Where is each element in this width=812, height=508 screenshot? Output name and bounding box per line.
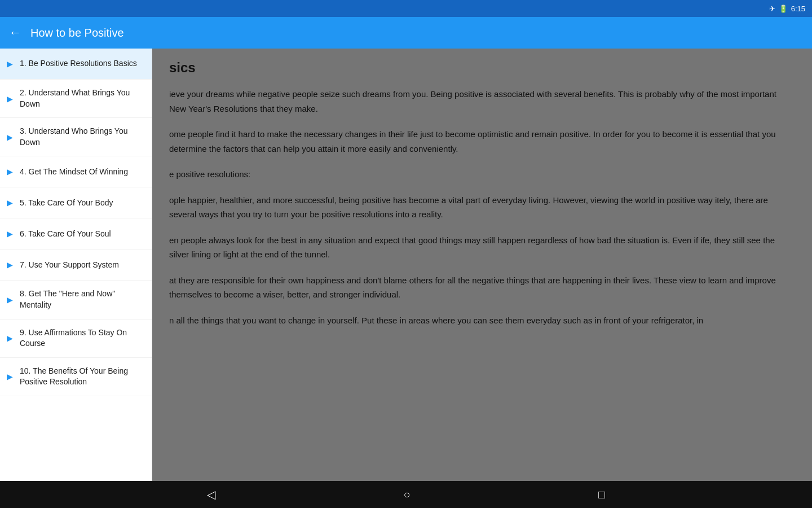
sidebar-item-4[interactable]: ▶4. Get The Mindset Of Winning bbox=[0, 156, 152, 187]
sidebar-item-6[interactable]: ▶6. Take Care Of Your Soul bbox=[0, 218, 152, 249]
back-button[interactable]: ← bbox=[9, 25, 21, 40]
sidebar-item-8[interactable]: ▶8. Get The "Here and Now" Mentality bbox=[0, 281, 152, 319]
nav-recent-icon[interactable]: □ bbox=[598, 488, 605, 501]
content-paragraph-6: at they are responsible for their own ha… bbox=[169, 273, 795, 302]
sidebar-arrow-icon-3: ▶ bbox=[7, 133, 13, 142]
sidebar-label-6: 6. Take Care Of Your Soul bbox=[20, 229, 111, 240]
sidebar-item-1[interactable]: ▶1. Be Positive Resolutions Basics bbox=[0, 49, 152, 80]
app-bar: ← How to be Positive bbox=[0, 17, 812, 49]
status-bar-icons: ✈ 🔋 6:15 bbox=[769, 5, 805, 13]
sidebar-label-5: 5. Take Care Of Your Body bbox=[20, 198, 113, 209]
sidebar-label-8: 8. Get The "Here and Now" Mentality bbox=[20, 288, 145, 310]
content-paragraph-3: e positive resolutions: bbox=[169, 167, 795, 182]
sidebar-item-7[interactable]: ▶7. Use Your Support System bbox=[0, 249, 152, 281]
sidebar-item-5[interactable]: ▶5. Take Care Of Your Body bbox=[0, 187, 152, 218]
sidebar-arrow-icon-8: ▶ bbox=[7, 295, 13, 304]
sidebar: ▶1. Be Positive Resolutions Basics▶2. Un… bbox=[0, 49, 152, 481]
sidebar-label-3: 3. Understand Who Brings You Down bbox=[20, 126, 145, 148]
app-title: How to be Positive bbox=[30, 27, 124, 40]
sidebar-item-3[interactable]: ▶3. Understand Who Brings You Down bbox=[0, 118, 152, 156]
nav-bar: ◁ ○ □ bbox=[0, 481, 812, 508]
sidebar-arrow-icon-4: ▶ bbox=[7, 167, 13, 176]
content-paragraph-5: en people always look for the best in an… bbox=[169, 233, 795, 262]
sidebar-arrow-icon-10: ▶ bbox=[7, 372, 13, 381]
sidebar-item-9[interactable]: ▶9. Use Affirmations To Stay On Course bbox=[0, 319, 152, 358]
content-paragraph-4: ople happier, healthier, and more succes… bbox=[169, 193, 795, 222]
status-bar: ✈ 🔋 6:15 bbox=[0, 0, 812, 17]
sidebar-label-7: 7. Use Your Support System bbox=[20, 260, 119, 271]
sidebar-label-9: 9. Use Affirmations To Stay On Course bbox=[20, 327, 145, 349]
nav-back-icon[interactable]: ◁ bbox=[207, 488, 215, 501]
sidebar-arrow-icon-6: ▶ bbox=[7, 229, 13, 238]
content-area: sics ieve your dreams while negative peo… bbox=[152, 49, 812, 481]
sidebar-arrow-icon-2: ▶ bbox=[7, 94, 13, 103]
sidebar-label-4: 4. Get The Mindset Of Winning bbox=[20, 167, 128, 178]
content-title: sics bbox=[169, 60, 795, 76]
main-container: ▶1. Be Positive Resolutions Basics▶2. Un… bbox=[0, 49, 812, 481]
sidebar-label-1: 1. Be Positive Resolutions Basics bbox=[20, 58, 137, 69]
sidebar-label-2: 2. Understand What Brings You Down bbox=[20, 87, 145, 110]
sidebar-item-2[interactable]: ▶2. Understand What Brings You Down bbox=[0, 80, 152, 118]
battery-icon: 🔋 bbox=[779, 5, 788, 13]
airplane-icon: ✈ bbox=[769, 5, 775, 13]
status-time: 6:15 bbox=[791, 5, 805, 13]
content-paragraph-7: n all the things that you want to change… bbox=[169, 313, 795, 328]
content-paragraph-1: ieve your dreams while negative people s… bbox=[169, 87, 795, 116]
sidebar-arrow-icon-7: ▶ bbox=[7, 260, 13, 269]
content-paragraph-2: ome people find it hard to make the nece… bbox=[169, 127, 795, 156]
sidebar-arrow-icon-5: ▶ bbox=[7, 198, 13, 207]
sidebar-arrow-icon-1: ▶ bbox=[7, 59, 13, 68]
sidebar-item-10[interactable]: ▶10. The Benefits Of Your Being Positive… bbox=[0, 358, 152, 396]
sidebar-label-10: 10. The Benefits Of Your Being Positive … bbox=[20, 366, 145, 388]
nav-home-icon[interactable]: ○ bbox=[403, 488, 410, 501]
sidebar-arrow-icon-9: ▶ bbox=[7, 334, 13, 343]
